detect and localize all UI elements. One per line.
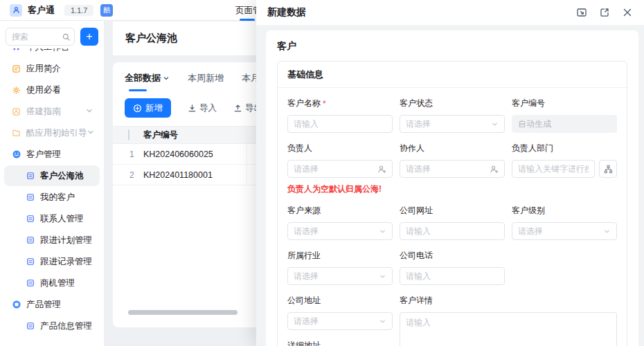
entity-title: 客户 (266, 30, 638, 61)
field-empty (512, 250, 617, 285)
doc-icon (25, 171, 35, 181)
search-box (6, 28, 75, 46)
field-customer-name: 客户名称* (287, 98, 393, 133)
product-group-icon (11, 300, 21, 310)
owner-picker[interactable]: 请选择 (287, 160, 393, 178)
doc-icon (25, 214, 35, 224)
app-logo-icon (10, 4, 22, 17)
customer-group-icon (11, 149, 21, 160)
customer-detail-textarea[interactable] (400, 312, 617, 346)
field-source: 客户来源 请选择 (287, 205, 393, 240)
field-owner-dept: 负责人部门 (512, 143, 617, 195)
customer-name-input[interactable] (294, 119, 386, 129)
source-select[interactable]: 请选择 (287, 222, 393, 240)
level-select[interactable]: 请选择 (512, 222, 617, 240)
sidebar-item-cool-app-guide[interactable]: 酷应用初始引导 (4, 122, 100, 143)
doc-icon (25, 235, 35, 246)
upload-icon (233, 104, 242, 113)
drawer-title: 新建数据 (267, 6, 306, 19)
field-industry: 所属行业 请选择 (287, 250, 393, 285)
app-name: 客户通 (28, 4, 55, 17)
field-level: 客户级别 请选择 (512, 205, 617, 240)
doc-icon (25, 321, 35, 331)
horizontal-scrollbar[interactable] (128, 310, 238, 315)
chevron-down-icon (87, 128, 94, 138)
website-input-wrap (400, 222, 505, 240)
drawer-actions (576, 7, 633, 18)
sidebar-item-customer-pool[interactable]: 客户公海池 (4, 165, 100, 186)
sidebar-group-customer-mgmt[interactable]: 客户管理 (4, 144, 100, 165)
folder-icon (11, 128, 21, 138)
search-icon (62, 32, 71, 44)
sidebar: + 个人工作台 应用简介 使用必看 (0, 21, 104, 346)
person-add-icon (377, 165, 386, 174)
phone-input[interactable] (406, 271, 499, 281)
chevron-down-icon (603, 228, 611, 235)
drawer-header: 新建数据 (256, 0, 644, 25)
sidebar-group-product-mgmt[interactable]: 产品管理 (4, 294, 100, 315)
active-tab-underline (129, 89, 147, 91)
chevron-down-icon (379, 228, 386, 235)
owner-dept-search-wrap (512, 160, 595, 178)
chevron-down-icon (86, 107, 93, 116)
sidebar-add-button[interactable]: + (80, 28, 98, 46)
caret-down-icon (163, 73, 170, 84)
customer-status-select[interactable]: 请选择 (400, 115, 505, 133)
sidebar-item-followup-plans[interactable]: 跟进计划管理 (4, 230, 100, 251)
sidebar-item-product-info[interactable]: 产品信息管理 (4, 316, 100, 336)
sidebar-search-row: + (0, 28, 104, 46)
cell-customer-code: KH202406060025 (143, 144, 247, 164)
dock-sidebar-icon[interactable] (576, 7, 587, 18)
sidebar-item-followup-records[interactable]: 跟进记录管理 (4, 251, 100, 272)
import-button[interactable]: 导入 (188, 102, 217, 114)
topbar-tab-underline (240, 19, 255, 21)
sidebar-item-app-intro[interactable]: 应用简介 (4, 58, 100, 79)
website-input[interactable] (406, 226, 499, 236)
tab-all-data[interactable]: 全部数据 (125, 72, 170, 84)
field-website: 公司网址 (400, 205, 505, 240)
download-icon (188, 104, 197, 113)
workbench-icon (11, 48, 21, 53)
gear-icon (11, 85, 21, 95)
address-select[interactable]: 请选择 (287, 312, 393, 330)
select-all-checkbox[interactable] (128, 129, 129, 140)
tab-week-new[interactable]: 本周新增 (188, 72, 224, 84)
field-customer-status: 客户状态 请选择 (400, 98, 505, 133)
guide-icon (11, 107, 21, 117)
sidebar-item-my-customers[interactable]: 我的客户 (4, 187, 100, 208)
sidebar-item-contacts[interactable]: 联系人管理 (4, 208, 100, 229)
basic-info-section: 基础信息 客户名称* 客户状态 (277, 61, 627, 346)
sidebar-item-opportunities[interactable]: 商机管理 (4, 273, 100, 293)
required-asterisk: * (323, 99, 326, 109)
field-collaborator: 协作人 请选择 (400, 143, 505, 195)
owner-warning-text: 负责人为空默认归属公海! (287, 183, 393, 195)
app-window: 客户通 1.1.7 酷 页面管 + 个人工作台 (0, 0, 644, 346)
person-add-icon (490, 165, 499, 174)
owner-dept-search-input[interactable] (518, 164, 589, 174)
field-address: 公司地址 请选择 (287, 295, 393, 330)
sidebar-item-must-read[interactable]: 使用必看 (4, 80, 100, 100)
doc-icon (25, 192, 35, 203)
doc-icon (25, 257, 35, 267)
field-phone: 公司电话 (400, 250, 505, 285)
chevron-down-icon (491, 120, 499, 128)
org-tree-icon[interactable] (599, 160, 617, 178)
industry-select[interactable]: 请选择 (287, 267, 393, 285)
collaborator-picker[interactable]: 请选择 (400, 160, 505, 178)
chevron-down-icon (379, 273, 386, 280)
customer-code-input: 自动生成 (512, 115, 617, 133)
cool-badge: 酷 (100, 4, 113, 17)
field-owner: 负责人 请选择 负责人为空默认归属公海! (287, 143, 393, 195)
field-customer-detail: 客户详情 (400, 295, 617, 346)
row-index: 2 (113, 170, 143, 180)
close-icon[interactable] (622, 7, 633, 18)
doc-icon (25, 278, 35, 289)
add-record-button[interactable]: 新增 (125, 98, 171, 118)
cell-customer-code: KH202401180001 (143, 165, 247, 185)
sidebar-item-build-guide[interactable]: 搭建指南 (4, 101, 100, 122)
sidebar-item-workbench[interactable]: 个人工作台 (4, 48, 100, 57)
open-external-icon[interactable] (599, 7, 610, 18)
customer-name-input-wrap (287, 115, 393, 133)
phone-input-wrap (400, 267, 505, 285)
chevron-down-icon (379, 318, 386, 325)
